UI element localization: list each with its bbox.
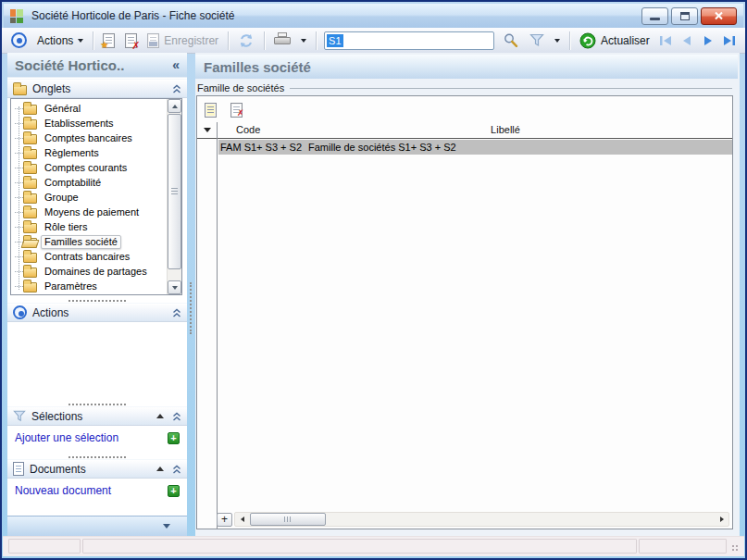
print-options-button[interactable] bbox=[297, 31, 310, 51]
tree-item[interactable]: Comptes bancaires bbox=[15, 131, 165, 145]
sidebar: Société Hortico.. « Onglets Général Etab… bbox=[7, 53, 187, 536]
sidebar-collapse-button[interactable]: « bbox=[172, 57, 180, 72]
panel-header-actions[interactable]: Actions bbox=[7, 303, 187, 322]
collapse-arrow-icon[interactable] bbox=[156, 414, 164, 418]
close-button[interactable] bbox=[701, 7, 737, 25]
chevron-down-icon[interactable] bbox=[163, 524, 170, 529]
new-document-plus-button[interactable]: + bbox=[168, 485, 180, 497]
collapse-chevrons-icon[interactable] bbox=[172, 308, 181, 317]
panel-splitter[interactable] bbox=[7, 400, 187, 405]
families-grid: ✗ Code Libellé FAM S1+ S3 + S2 Famille d… bbox=[196, 95, 733, 529]
folder-icon bbox=[23, 102, 41, 115]
column-header-code[interactable]: Code bbox=[236, 124, 260, 135]
refresh-icon bbox=[238, 32, 255, 49]
add-selection-plus-button[interactable]: + bbox=[168, 432, 180, 444]
tree-item[interactable]: Moyens de paiement bbox=[15, 205, 165, 219]
new-document-link[interactable]: Nouveau document bbox=[15, 484, 111, 497]
folder-icon bbox=[23, 161, 41, 174]
tree-item-label: Paramètres bbox=[41, 280, 101, 293]
add-row-button[interactable]: + bbox=[217, 513, 232, 527]
tree-item[interactable]: Comptes courants bbox=[15, 160, 165, 175]
grid-new-button[interactable] bbox=[201, 101, 219, 119]
chevron-down-icon bbox=[301, 39, 306, 43]
tree-item-label: Familles société bbox=[41, 235, 121, 249]
tabs-tree: Général Etablissements Comptes bancaires… bbox=[10, 98, 182, 295]
collapse-arrow-icon[interactable] bbox=[156, 467, 164, 471]
folder-icon bbox=[23, 146, 41, 159]
folder-icon bbox=[13, 85, 27, 95]
tree-item[interactable]: Groupe bbox=[15, 190, 165, 205]
filter-button[interactable] bbox=[526, 31, 548, 51]
sidebar-splitter[interactable] bbox=[187, 53, 195, 536]
resize-grip[interactable] bbox=[728, 539, 741, 554]
collapse-chevrons-icon[interactable] bbox=[172, 84, 181, 93]
folder-icon bbox=[23, 250, 41, 263]
table-row[interactable]: FAM S1+ S3 + S2 Famille de sociétés S1+ … bbox=[218, 140, 732, 155]
folder-icon bbox=[23, 131, 41, 144]
maximize-button[interactable] bbox=[671, 7, 698, 25]
column-header-libelle[interactable]: Libellé bbox=[306, 124, 704, 135]
main-header: Familles société bbox=[195, 55, 738, 79]
nav-last-button[interactable] bbox=[720, 31, 739, 51]
nav-previous-icon bbox=[680, 34, 693, 47]
tree-item[interactable]: Rôle tiers bbox=[15, 219, 165, 234]
scroll-right-button[interactable] bbox=[715, 513, 728, 526]
scroll-up-button[interactable] bbox=[168, 99, 181, 113]
app-menu-button[interactable] bbox=[7, 31, 31, 51]
delete-record-button[interactable]: ✗ bbox=[121, 31, 141, 51]
tree-item-label: Règlements bbox=[41, 146, 103, 160]
panel-header-selections[interactable]: Sélections bbox=[7, 406, 187, 426]
tree-item[interactable]: Règlements bbox=[15, 145, 165, 160]
search-input-value: S1 bbox=[327, 34, 342, 47]
document-icon bbox=[13, 462, 24, 476]
nav-previous-button[interactable] bbox=[678, 31, 696, 51]
tree-item[interactable]: Etablissements bbox=[15, 116, 165, 131]
tree-item[interactable]: Comptabilité bbox=[15, 175, 165, 190]
panel-splitter[interactable] bbox=[7, 296, 187, 302]
collapse-chevrons-icon[interactable] bbox=[172, 412, 181, 421]
grid-delete-button[interactable]: ✗ bbox=[227, 101, 245, 119]
tree-item-label: Comptabilité bbox=[41, 176, 105, 190]
add-selection-link[interactable]: Ajouter une sélection bbox=[15, 431, 118, 444]
search-icon bbox=[503, 32, 519, 49]
scroll-thumb[interactable] bbox=[250, 513, 326, 526]
minimize-button[interactable] bbox=[641, 7, 668, 25]
scroll-thumb[interactable] bbox=[168, 114, 181, 269]
page-title: Familles société bbox=[204, 59, 311, 75]
folder-icon bbox=[23, 235, 41, 248]
actualiser-button[interactable]: Actualiser bbox=[576, 31, 654, 51]
nav-next-button[interactable] bbox=[699, 31, 717, 51]
collapse-chevrons-icon[interactable] bbox=[172, 465, 181, 474]
save-button[interactable]: Enregistrer bbox=[143, 31, 222, 51]
refresh-button[interactable] bbox=[234, 31, 258, 51]
close-icon bbox=[714, 11, 724, 20]
scroll-left-button[interactable] bbox=[235, 513, 249, 526]
panel-header-onglets[interactable]: Onglets bbox=[7, 79, 187, 98]
scroll-down-button[interactable] bbox=[168, 280, 181, 294]
titlebar: Société Horticole de Paris - Fiche socié… bbox=[4, 4, 743, 28]
nav-first-button[interactable] bbox=[656, 31, 675, 51]
groupbox-label-row: Famille de sociétés bbox=[197, 81, 732, 93]
new-record-button[interactable]: ★ bbox=[99, 31, 118, 51]
print-button[interactable] bbox=[270, 31, 294, 51]
tree-item[interactable]: Général bbox=[15, 101, 165, 116]
tree-list: Général Etablissements Comptes bancaires… bbox=[15, 101, 165, 293]
toolbar-separator bbox=[93, 31, 93, 50]
tree-item[interactable]: Paramètres bbox=[15, 279, 165, 293]
actions-button[interactable]: Actions bbox=[33, 31, 87, 51]
tree-item[interactable]: Domaines de partages bbox=[15, 264, 165, 279]
search-button[interactable] bbox=[499, 31, 523, 51]
window-controls bbox=[641, 7, 737, 25]
filter-icon bbox=[529, 33, 544, 47]
tree-item-label: Comptes courants bbox=[41, 161, 131, 175]
tree-item[interactable]: Familles société bbox=[15, 234, 165, 249]
filter-options-button[interactable] bbox=[551, 31, 564, 51]
panel-header-documents[interactable]: Documents bbox=[7, 459, 187, 479]
search-input[interactable]: S1 bbox=[324, 31, 494, 50]
nav-next-icon bbox=[702, 34, 715, 47]
panel-title-actions: Actions bbox=[32, 306, 68, 319]
panel-splitter[interactable] bbox=[7, 453, 187, 458]
printer-icon bbox=[274, 35, 291, 48]
tree-item[interactable]: Contrats bancaires bbox=[15, 249, 165, 264]
folder-icon bbox=[23, 205, 41, 218]
